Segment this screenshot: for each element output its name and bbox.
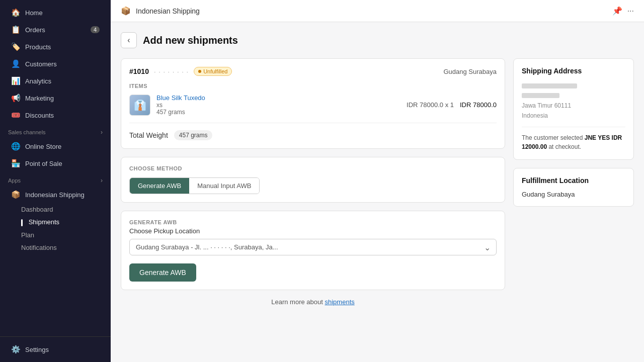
more-button[interactable]: ···	[627, 7, 634, 16]
pos-icon: 🏪	[11, 159, 20, 168]
orders-icon: 📋	[11, 25, 20, 34]
sidebar-item-label: Marketing	[25, 95, 54, 102]
address-line-1	[522, 83, 577, 88]
unfulfilled-badge: Unfulfilled	[194, 67, 232, 76]
back-button[interactable]: ‹	[121, 32, 137, 48]
apps-section: Apps ›	[0, 172, 111, 186]
checkout-note: The customer selected JNE YES IDR 12000.…	[522, 133, 625, 151]
shipping-address-card: Shipping Address Jawa Timur 60111 Indone	[513, 58, 634, 160]
order-id: #1010	[129, 67, 149, 75]
sidebar-sub-item-notifications[interactable]: Notifications	[21, 241, 111, 254]
customers-icon: 👤	[11, 59, 20, 68]
item-price: IDR 78000.0 x 1	[407, 101, 454, 109]
fulfillment-location-card: Fulfillment Location Gudang Surabaya	[513, 168, 634, 207]
item-info: Blue Silk Tuxedo xs 457 grams	[156, 94, 400, 116]
items-label: ITEMS	[129, 83, 497, 89]
order-header: #1010 · · · · · · · · Unfulfilled Gudang…	[129, 67, 497, 76]
shipping-address-title: Shipping Address	[522, 67, 625, 75]
address-divider	[522, 127, 625, 127]
manual-input-awb-tab[interactable]: Manual Input AWB	[189, 178, 259, 194]
sidebar-item-label: Settings	[25, 346, 49, 353]
analytics-icon: 📊	[11, 76, 20, 85]
sidebar-item-discounts[interactable]: 🎟️ Discounts	[3, 107, 108, 123]
page-title: Add new shipments	[143, 35, 238, 46]
unfulfilled-dot	[198, 70, 201, 73]
choose-method-card: CHOOSE METHOD Generate AWB Manual Input …	[121, 157, 505, 203]
sidebar-sub-item-plan[interactable]: Plan	[21, 229, 111, 241]
choose-method-label: CHOOSE METHOD	[129, 165, 497, 171]
main-grid: #1010 · · · · · · · · Unfulfilled Gudang…	[121, 58, 634, 306]
unfulfilled-label: Unfulfilled	[203, 68, 227, 74]
sidebar-sub-item-shipments[interactable]: Shipments	[21, 216, 111, 229]
total-weight-row: Total Weight 457 grams	[129, 130, 497, 140]
sidebar-item-label: Analytics	[25, 77, 51, 85]
sales-channels-section: Sales channels ›	[0, 124, 111, 138]
sidebar-item-label: Indonesian Shipping	[25, 191, 85, 199]
order-num-placeholder: · · · · · · · ·	[154, 68, 189, 75]
sidebar-item-settings[interactable]: ⚙️ Settings	[3, 341, 108, 357]
item-name[interactable]: Blue Silk Tuxedo	[156, 94, 400, 102]
main-right: Shipping Address Jawa Timur 60111 Indone	[513, 58, 634, 207]
sidebar-item-home[interactable]: 🏠 Home	[3, 5, 108, 21]
sidebar-item-products[interactable]: 🏷️ Products	[3, 39, 108, 55]
app-sub-menu: Dashboard Shipments Plan Notifications	[0, 203, 111, 254]
item-row: 👔 Blue Silk Tuxedo xs 457 grams IDR 7800…	[129, 94, 497, 116]
order-card: #1010 · · · · · · · · Unfulfilled Gudang…	[121, 58, 505, 149]
online-store-icon: 🌐	[11, 142, 20, 151]
sidebar-item-online-store[interactable]: 🌐 Online Store	[3, 138, 108, 154]
sidebar-sub-item-dashboard[interactable]: Dashboard	[21, 203, 111, 216]
shipments-link[interactable]: shipments	[325, 298, 355, 306]
address-lines: Jawa Timur 60111 Indonesia	[522, 81, 625, 121]
generate-awb-button[interactable]: Generate AWB	[129, 263, 196, 282]
generate-awb-card: GENERATE AWB Choose Pickup Location Guda…	[121, 211, 505, 290]
sidebar: 🏠 Home 📋 Orders 4 🏷️ Products 👤 Customer…	[0, 0, 111, 362]
main-area: 📦 Indonesian Shipping 📌 ··· ‹ Add new sh…	[111, 0, 644, 362]
indonesian-shipping-icon: 📦	[11, 190, 20, 199]
sidebar-item-label: Customers	[25, 60, 57, 68]
pickup-select-wrapper: Gudang Surabaya - Jl. ... · · · · · ·, S…	[129, 239, 497, 255]
address-line-3: Jawa Timur 60111	[522, 102, 571, 109]
sales-channels-chevron[interactable]: ›	[101, 129, 103, 136]
sidebar-item-label: Point of Sale	[25, 160, 62, 167]
settings-icon: ⚙️	[11, 345, 20, 354]
weight-badge: 457 grams	[174, 130, 213, 140]
sidebar-item-customers[interactable]: 👤 Customers	[3, 56, 108, 72]
apps-chevron[interactable]: ›	[101, 177, 103, 184]
total-weight-label: Total Weight	[129, 131, 168, 139]
marketing-icon: 📢	[11, 94, 20, 103]
footer-link: Learn more about shipments	[121, 298, 505, 306]
pickup-location-label: Choose Pickup Location	[129, 227, 497, 235]
sidebar-item-label: Discounts	[25, 112, 54, 119]
orders-badge: 4	[91, 26, 100, 33]
sidebar-item-label: Orders	[25, 26, 45, 34]
main-left: #1010 · · · · · · · · Unfulfilled Gudang…	[121, 58, 505, 306]
sidebar-item-point-of-sale[interactable]: 🏪 Point of Sale	[3, 155, 108, 171]
item-weight: 457 grams	[156, 109, 400, 116]
sidebar-bottom: ⚙️ Settings	[0, 336, 111, 358]
item-variant: xs	[156, 102, 400, 109]
sidebar-item-label: Products	[25, 43, 51, 51]
fulfillment-location: Gudang Surabaya	[522, 191, 625, 198]
sidebar-item-orders[interactable]: 📋 Orders 4	[3, 22, 108, 38]
topbar-actions: 📌 ···	[612, 6, 634, 16]
sidebar-item-label: Home	[25, 9, 43, 17]
address-line-4: Indonesia	[522, 112, 548, 119]
pickup-location-select[interactable]: Gudang Surabaya - Jl. ... · · · · · ·, S…	[129, 239, 497, 255]
order-location: Gudang Surabaya	[443, 68, 497, 75]
method-tabs: Generate AWB Manual Input AWB	[129, 177, 260, 194]
divider-1	[129, 123, 497, 123]
home-icon: 🏠	[11, 8, 20, 17]
sidebar-item-analytics[interactable]: 📊 Analytics	[3, 73, 108, 89]
pin-button[interactable]: 📌	[612, 6, 622, 16]
products-icon: 🏷️	[11, 42, 20, 51]
sidebar-item-label: Online Store	[25, 143, 61, 150]
topbar: 📦 Indonesian Shipping 📌 ···	[111, 0, 644, 22]
sidebar-item-indonesian-shipping[interactable]: 📦 Indonesian Shipping	[3, 187, 108, 203]
sidebar-item-marketing[interactable]: 📢 Marketing	[3, 90, 108, 106]
generate-awb-section-label: GENERATE AWB	[129, 219, 497, 225]
generate-awb-tab[interactable]: Generate AWB	[130, 178, 189, 194]
item-total: IDR 78000.0	[460, 101, 497, 109]
fulfillment-title: Fulfillment Location	[522, 176, 625, 185]
address-line-2	[522, 93, 559, 98]
topbar-app-icon: 📦	[121, 6, 131, 16]
